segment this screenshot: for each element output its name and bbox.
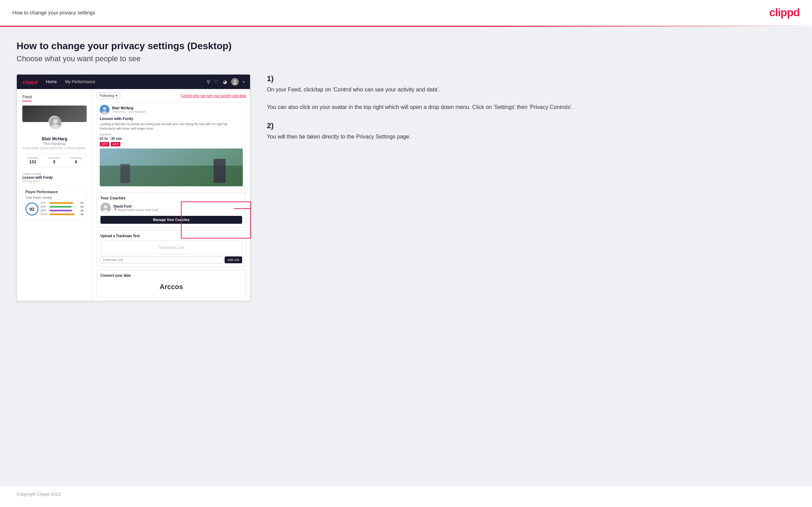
profile-name: Blair McHarg bbox=[22, 136, 87, 141]
svg-point-10 bbox=[104, 205, 107, 209]
app-screenshot: clippd Home My Performance ⚲ ♡ ◕ ▾ bbox=[17, 74, 250, 301]
upload-title: Upload a Trackman Test bbox=[100, 234, 242, 238]
tpq-score: 92 bbox=[25, 202, 39, 216]
coach-club: 📍 Royal North Devon Golf Club bbox=[113, 208, 158, 212]
feed-tab[interactable]: Feed bbox=[22, 93, 32, 101]
avatar-chevron[interactable]: ▾ bbox=[243, 80, 245, 84]
bar-label: PUTT bbox=[41, 213, 48, 216]
post-tags: OTT APP bbox=[100, 142, 243, 146]
svg-point-2 bbox=[233, 82, 237, 85]
instruction-2-text: You will then be taken directly to the P… bbox=[267, 132, 790, 141]
clippd-logo: clippd bbox=[769, 6, 800, 19]
manage-coaches-button[interactable]: Manage Your Coaches bbox=[100, 216, 242, 224]
arccos-logo: Arccos bbox=[100, 280, 242, 294]
app-nav-logo: clippd bbox=[22, 79, 37, 85]
bar-fill bbox=[50, 206, 72, 208]
page-breadcrumb: How to change your privacy settings bbox=[12, 10, 95, 15]
profile-card: Blair McHarg Plus Handicap Royal North D… bbox=[22, 106, 87, 183]
user-icon[interactable]: ♡ bbox=[214, 79, 219, 85]
latest-activity-date: 03 Aug 2022 bbox=[22, 179, 87, 183]
app-screenshot-wrapper: clippd Home My Performance ⚲ ♡ ◕ ▾ bbox=[17, 74, 250, 301]
stat-activities-val: 131 bbox=[28, 159, 39, 164]
coach-name: David Ford bbox=[113, 205, 158, 208]
bar-value: 86 bbox=[77, 209, 84, 212]
tag-app: APP bbox=[111, 142, 120, 146]
tpq-row: 92 OTT 90 APP 85 ARG 86 PUTT bbox=[25, 201, 84, 217]
trackman-input-row: Add Link bbox=[100, 256, 242, 263]
post-title: Lesson with Fordy bbox=[100, 117, 243, 121]
coach-row: David Ford 📍 Royal North Devon Golf Club bbox=[100, 203, 242, 213]
top-bar: How to change your privacy settings clip… bbox=[0, 0, 812, 26]
stat-followers-val: 3 bbox=[48, 159, 60, 164]
trackman-placeholder: Trackman Link bbox=[100, 241, 242, 254]
player-perf-title: Player Performance bbox=[25, 190, 84, 194]
app-sidebar: Feed Blair McHarg Plus Handicap Royal No… bbox=[17, 89, 93, 301]
svg-point-7 bbox=[103, 107, 106, 110]
stat-activities-label: Activities bbox=[28, 156, 39, 159]
nav-link-home[interactable]: Home bbox=[46, 79, 57, 84]
stat-following: Following 4 bbox=[70, 156, 82, 164]
post-image bbox=[100, 148, 243, 186]
nav-link-my-performance[interactable]: My Performance bbox=[65, 79, 95, 84]
bar-track bbox=[50, 202, 75, 204]
stat-activities: Activities 131 bbox=[28, 156, 39, 164]
coach-avatar bbox=[100, 203, 111, 213]
instructions-panel: 1) On your Feed, click/tap on 'Control w… bbox=[261, 74, 795, 151]
stat-followers-label: Followers bbox=[48, 156, 60, 159]
bar-row-ott: OTT 90 bbox=[41, 201, 84, 205]
profile-tag: Plus Handicap bbox=[22, 142, 87, 146]
app-nav: clippd Home My Performance ⚲ ♡ ◕ ▾ bbox=[17, 75, 250, 89]
post-header: Blair McHarg Yesterday · Sunningdale bbox=[100, 105, 243, 114]
control-privacy-link[interactable]: Control who can see your activity and da… bbox=[181, 94, 246, 98]
instruction-1-text: On your Feed, click/tap on 'Control who … bbox=[267, 85, 790, 112]
stat-following-label: Following bbox=[70, 156, 82, 159]
trackman-link-input[interactable] bbox=[100, 256, 223, 263]
bar-fill bbox=[50, 213, 74, 215]
footer: Copyright Clippd 2022 bbox=[0, 486, 812, 502]
club-pin-icon: 📍 bbox=[113, 208, 117, 212]
bar-row-arg: ARG 86 bbox=[41, 209, 84, 212]
bar-label: ARG bbox=[41, 209, 48, 212]
bar-label: APP bbox=[41, 205, 48, 208]
post-date: Yesterday · Sunningdale bbox=[112, 110, 145, 113]
demo-outer: clippd Home My Performance ⚲ ♡ ◕ ▾ bbox=[17, 74, 795, 301]
bar-value: 85 bbox=[77, 205, 84, 208]
svg-point-1 bbox=[234, 80, 236, 82]
user-avatar-nav[interactable] bbox=[231, 78, 239, 86]
following-row: Following ▾ Control who can see your act… bbox=[97, 92, 246, 99]
profile-club: Royal North Devon Golf Club, United King… bbox=[22, 146, 87, 150]
bar-fill bbox=[50, 202, 73, 204]
copyright-text: Copyright Clippd 2022 bbox=[17, 492, 61, 497]
coaches-title: Your Coaches bbox=[100, 196, 242, 200]
search-icon[interactable]: ⚲ bbox=[207, 79, 210, 85]
connect-title: Connect your data bbox=[100, 274, 242, 277]
bar-track bbox=[50, 213, 75, 215]
stat-followers: Followers 3 bbox=[48, 156, 60, 164]
upload-trackman-panel: Upload a Trackman Test Trackman Link Add… bbox=[97, 230, 246, 267]
instruction-2: 2) You will then be taken directly to th… bbox=[267, 121, 790, 141]
add-link-button[interactable]: Add Link bbox=[225, 256, 242, 263]
app-body: Feed Blair McHarg Plus Handicap Royal No… bbox=[17, 89, 250, 301]
bar-row-app: APP 85 bbox=[41, 205, 84, 208]
location-icon[interactable]: ◕ bbox=[223, 79, 227, 85]
tag-ott: OTT bbox=[100, 142, 109, 146]
duration-label: Duration bbox=[100, 133, 243, 136]
instruction-1: 1) On your Feed, click/tap on 'Control w… bbox=[267, 74, 790, 112]
bar-value: 96 bbox=[77, 213, 84, 216]
post-body: Looking to feel like my hands are exitin… bbox=[100, 122, 243, 131]
instruction-2-number: 2) bbox=[267, 121, 790, 130]
main-content: How to change your privacy settings (Des… bbox=[0, 27, 812, 486]
bar-track bbox=[50, 206, 75, 208]
coach-info: David Ford 📍 Royal North Devon Golf Club bbox=[113, 205, 158, 212]
page-subheading: Choose what you want people to see bbox=[17, 54, 795, 63]
post-card: Blair McHarg Yesterday · Sunningdale Les… bbox=[97, 102, 246, 189]
app-nav-icons: ⚲ ♡ ◕ ▾ bbox=[207, 78, 245, 86]
post-user-avatar bbox=[100, 105, 109, 114]
latest-activity-val: Lesson with Fordy bbox=[22, 176, 87, 179]
post-user-info: Blair McHarg Yesterday · Sunningdale bbox=[112, 106, 145, 113]
following-button[interactable]: Following ▾ bbox=[97, 92, 120, 99]
following-chevron-icon: ▾ bbox=[116, 94, 117, 98]
player-performance-card: Player Performance Total Player Quality … bbox=[22, 187, 87, 220]
bar-label: OTT bbox=[41, 201, 48, 205]
bar-track bbox=[50, 210, 75, 211]
